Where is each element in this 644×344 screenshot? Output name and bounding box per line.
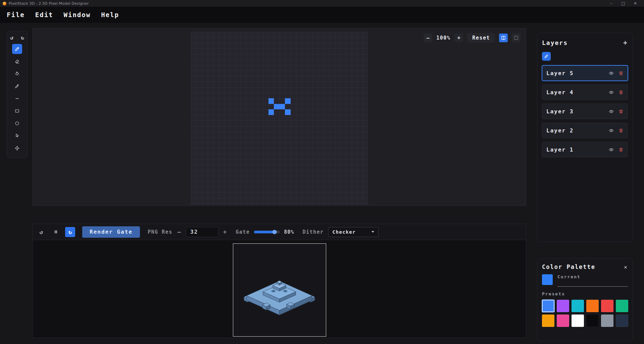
- layer-visibility-button[interactable]: [609, 71, 614, 76]
- png-res-increment-button[interactable]: +: [222, 229, 227, 235]
- gate-percent-label: 80%: [284, 229, 294, 235]
- titlebar: PixelStack 3D - 2.5D Pixel Model Designe…: [0, 0, 644, 7]
- gate-slider[interactable]: [254, 231, 280, 233]
- close-button[interactable]: ✕: [629, 0, 641, 7]
- pencil-icon: [14, 46, 20, 52]
- menu-window[interactable]: Window: [64, 11, 91, 18]
- layer-visibility-button[interactable]: [609, 147, 614, 152]
- palette-panel-title: Color Palette: [542, 264, 595, 270]
- layer-row[interactable]: Layer 2: [542, 123, 628, 138]
- current-color-input[interactable]: [557, 281, 628, 287]
- eye-icon: [609, 109, 614, 114]
- layer-row[interactable]: Layer 3: [542, 104, 628, 119]
- maximize-button[interactable]: □: [617, 0, 629, 7]
- pencil-tool-button[interactable]: [12, 44, 22, 54]
- redo-button[interactable]: ↻: [19, 34, 26, 41]
- preset-swatch[interactable]: [557, 300, 569, 312]
- layer-visibility-button[interactable]: [609, 90, 614, 95]
- zoom-level-label: 100%: [436, 35, 450, 41]
- minus-icon: –: [427, 35, 430, 41]
- layer-name: Layer 2: [546, 127, 574, 134]
- minus-icon: –: [178, 229, 181, 235]
- canvas-pixel: [268, 109, 274, 115]
- line-tool-button[interactable]: [12, 94, 22, 104]
- refresh-button[interactable]: ↻: [65, 227, 75, 237]
- current-color-swatch[interactable]: [542, 274, 553, 285]
- preset-swatch[interactable]: [542, 314, 554, 327]
- preset-swatch[interactable]: [572, 314, 584, 327]
- flip-toggle-button[interactable]: [499, 34, 508, 42]
- preset-swatch[interactable]: [586, 314, 599, 327]
- palette-close-button[interactable]: ✕: [623, 264, 628, 270]
- layer-name: Layer 3: [546, 108, 574, 115]
- minimize-button[interactable]: –: [605, 0, 617, 7]
- preset-swatch[interactable]: [601, 314, 613, 327]
- png-res-decrement-button[interactable]: –: [177, 229, 182, 235]
- cursor-icon: [14, 133, 20, 138]
- circle-tool-button[interactable]: [12, 118, 22, 128]
- preset-swatch[interactable]: [542, 300, 554, 312]
- preset-swatch[interactable]: [601, 300, 613, 312]
- layer-delete-button[interactable]: [618, 128, 624, 133]
- render-gate-button[interactable]: Render Gate: [82, 226, 140, 238]
- preset-swatch[interactable]: [616, 314, 628, 327]
- preset-swatch[interactable]: [557, 314, 569, 327]
- layer-name: Layer 5: [546, 70, 574, 76]
- reset-view-button[interactable]: Reset: [467, 33, 495, 43]
- trash-icon: [618, 109, 624, 114]
- preset-swatch[interactable]: [586, 300, 599, 312]
- zoom-out-button[interactable]: –: [424, 34, 432, 42]
- guides-toggle-button[interactable]: [512, 34, 521, 42]
- trash-icon: [618, 147, 624, 152]
- eyedropper-tool-button[interactable]: [12, 81, 22, 91]
- window-title: PixelStack 3D - 2.5D Pixel Model Designe…: [9, 1, 89, 6]
- app-icon: [3, 2, 6, 5]
- canvas-area: – 100% + Reset: [33, 28, 526, 206]
- add-layer-button[interactable]: +: [623, 39, 628, 47]
- render-toolbar: ↺ ↻ Render Gate PNG Res – + Gate 80% Dit…: [33, 224, 526, 240]
- fill-tool-button[interactable]: [12, 69, 22, 79]
- color-palette-panel: Color Palette ✕ Current Presets: [537, 259, 633, 341]
- layer-brush-button[interactable]: [542, 52, 551, 61]
- layer-delete-button[interactable]: [618, 71, 624, 76]
- preview-frame: [233, 243, 326, 337]
- undo-icon: ↺: [10, 35, 13, 41]
- menu-edit[interactable]: Edit: [35, 11, 53, 18]
- menu-file[interactable]: File: [7, 11, 25, 18]
- pixel-grid[interactable]: [191, 32, 368, 205]
- gate-slider-fill: [254, 231, 275, 233]
- layer-name: Layer 1: [546, 147, 574, 153]
- gate-slider-knob[interactable]: [273, 230, 277, 234]
- undo-button[interactable]: ↺: [8, 34, 15, 41]
- preset-swatch[interactable]: [572, 300, 584, 312]
- layer-row[interactable]: Layer 1: [542, 142, 628, 157]
- canvas-pixel: [280, 104, 285, 110]
- history-undo-button[interactable]: ↺: [36, 227, 46, 237]
- layer-visibility-button[interactable]: [609, 128, 614, 133]
- gate-label: Gate: [236, 229, 250, 235]
- dither-select[interactable]: Checker: [328, 227, 379, 237]
- preset-swatch[interactable]: [616, 300, 628, 312]
- current-color-label: Current: [557, 274, 628, 279]
- canvas-pixel: [268, 98, 274, 104]
- eye-icon: [609, 90, 614, 95]
- png-res-input[interactable]: [186, 227, 218, 237]
- select-tool-button[interactable]: [12, 131, 22, 141]
- menu-help[interactable]: Help: [101, 11, 119, 18]
- move-tool-button[interactable]: [12, 143, 22, 153]
- zoom-in-button[interactable]: +: [454, 34, 463, 42]
- plus-icon: +: [457, 35, 460, 41]
- layer-visibility-button[interactable]: [609, 109, 614, 114]
- layer-row[interactable]: Layer 4: [542, 84, 628, 100]
- layer-delete-button[interactable]: [618, 147, 624, 152]
- eraser-tool-button[interactable]: [12, 56, 22, 66]
- layer-row[interactable]: Layer 5: [542, 65, 628, 81]
- rectangle-tool-button[interactable]: [12, 106, 22, 116]
- fill-bucket-icon: [14, 71, 20, 76]
- preset-grid: [542, 300, 628, 327]
- layer-delete-button[interactable]: [618, 109, 624, 114]
- preview-area: [33, 240, 526, 338]
- canvas-controls: – 100% + Reset: [424, 33, 521, 43]
- layer-delete-button[interactable]: [618, 90, 624, 95]
- pause-button[interactable]: [51, 227, 61, 237]
